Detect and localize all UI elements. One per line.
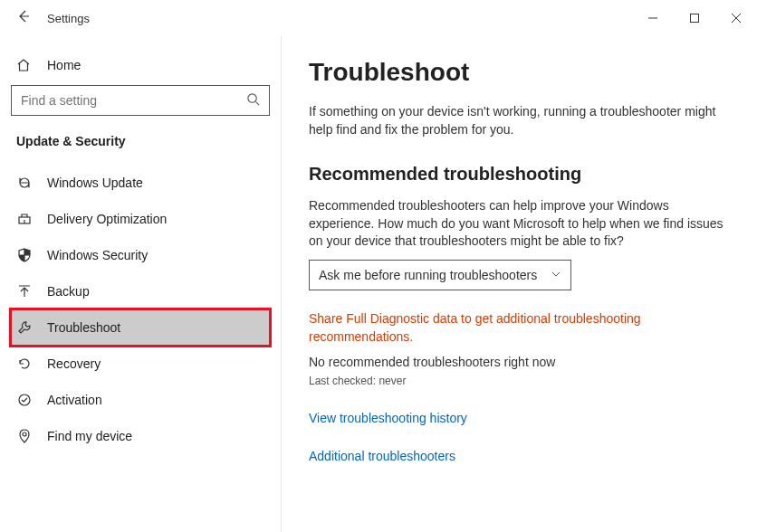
home-label: Home <box>47 58 81 72</box>
view-history-link[interactable]: View troubleshooting history <box>309 411 730 425</box>
delivery-icon <box>16 212 33 226</box>
close-button[interactable] <box>715 4 757 33</box>
window-controls <box>632 4 757 33</box>
sidebar-item-recovery[interactable]: Recovery <box>11 346 270 382</box>
home-icon <box>16 58 33 72</box>
intro-text: If something on your device isn't workin… <box>309 103 730 138</box>
sync-icon <box>16 176 33 190</box>
chevron-down-icon <box>551 268 561 282</box>
recovery-icon <box>16 356 33 371</box>
last-checked-text: Last checked: never <box>309 375 730 387</box>
sidebar-item-label: Recovery <box>47 356 101 371</box>
home-button[interactable]: Home <box>11 52 270 85</box>
status-text: No recommended troubleshooters right now <box>309 355 730 369</box>
section-desc: Recommended troubleshooters can help imp… <box>309 197 730 251</box>
section-header: Update & Security <box>11 134 270 165</box>
sidebar-item-label: Troubleshoot <box>47 320 120 335</box>
svg-rect-1 <box>691 14 699 23</box>
search-box[interactable] <box>11 85 270 116</box>
sidebar-item-label: Delivery Optimization <box>47 212 167 226</box>
activation-icon <box>16 393 33 407</box>
main-panel: Troubleshoot If something on your device… <box>281 36 757 532</box>
sidebar-item-label: Windows Security <box>47 248 148 262</box>
dropdown-value: Ask me before running troubleshooters <box>319 268 537 282</box>
sidebar-item-label: Backup <box>47 284 90 299</box>
troubleshoot-preference-dropdown[interactable]: Ask me before running troubleshooters <box>309 260 571 290</box>
page-title: Troubleshoot <box>309 58 730 87</box>
wrench-icon <box>16 320 33 335</box>
find-device-icon <box>16 429 33 443</box>
titlebar-left: Settings <box>16 9 90 27</box>
sidebar-item-label: Find my device <box>47 429 132 443</box>
minimize-button[interactable] <box>632 4 674 33</box>
section-title: Recommended troubleshooting <box>309 164 730 185</box>
diagnostic-warning: Share Full Diagnostic data to get additi… <box>309 310 730 346</box>
backup-icon <box>16 284 33 299</box>
sidebar-item-windows-update[interactable]: Windows Update <box>11 165 270 201</box>
search-icon <box>246 92 260 109</box>
sidebar: Home Update & Security Windows Update De… <box>0 36 281 532</box>
sidebar-item-windows-security[interactable]: Windows Security <box>11 237 270 273</box>
maximize-button[interactable] <box>674 4 715 33</box>
sidebar-item-backup[interactable]: Backup <box>11 273 270 309</box>
search-input[interactable] <box>21 93 246 108</box>
content: Home Update & Security Windows Update De… <box>0 36 757 532</box>
shield-icon <box>16 248 33 262</box>
sidebar-item-delivery-optimization[interactable]: Delivery Optimization <box>11 201 270 237</box>
window-title: Settings <box>47 12 90 25</box>
sidebar-item-label: Windows Update <box>47 176 143 190</box>
sidebar-item-activation[interactable]: Activation <box>11 382 270 418</box>
back-arrow-icon[interactable] <box>16 9 31 27</box>
sidebar-item-label: Activation <box>47 393 102 407</box>
svg-point-4 <box>248 93 256 101</box>
additional-troubleshooters-link[interactable]: Additional troubleshooters <box>309 449 730 463</box>
sidebar-item-troubleshoot[interactable]: Troubleshoot <box>11 309 270 346</box>
sidebar-item-find-my-device[interactable]: Find my device <box>11 418 270 454</box>
svg-point-7 <box>19 394 30 405</box>
svg-line-5 <box>255 101 259 105</box>
titlebar: Settings <box>0 0 757 36</box>
svg-point-8 <box>23 432 26 436</box>
